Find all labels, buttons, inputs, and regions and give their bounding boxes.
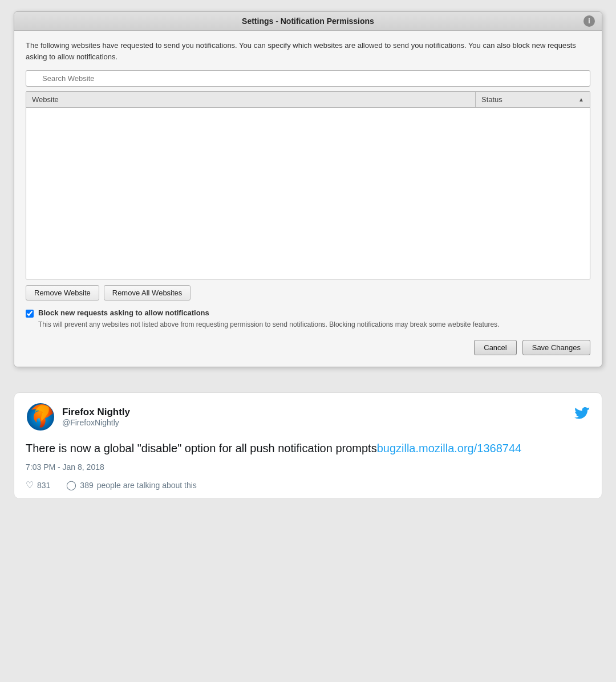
dialog-footer: Cancel Save Changes [26,340,590,355]
search-input[interactable] [26,70,590,87]
tweet-username-block: Firefox Nightly @FirefoxNightly [62,407,130,427]
website-table: Website Status ▲ [26,91,590,279]
search-wrapper: 🔍 [26,70,590,87]
tweet-body: There is now a global "disable" option f… [26,440,590,457]
tweet-link[interactable]: bugzilla.mozilla.org/1368744 [377,442,522,454]
block-notifications-label: Block new requests asking to allow notif… [38,308,499,317]
tweet-card: Firefox Nightly @FirefoxNightly There is… [14,392,602,499]
block-notifications-description: This will prevent any websites not liste… [38,319,499,330]
firefox-logo [26,402,55,432]
tweet-header: Firefox Nightly @FirefoxNightly [26,402,590,432]
likes-stat: ♡ 831 [26,480,50,490]
twitter-bird-icon [574,407,590,427]
dialog-titlebar: Settings - Notification Permissions i [14,12,602,31]
save-changes-button[interactable]: Save Changes [522,340,590,355]
tweet-stats: ♡ 831 ◯ 389 people are talking about thi… [26,480,590,490]
dialog-title: Settings - Notification Permissions [242,17,374,26]
replies-label: people are talking about this [97,481,197,490]
tweet-text: There is now a global "disable" option f… [26,442,377,454]
description-text: The following websites have requested to… [26,40,590,62]
dialog-wrapper: Settings - Notification Permissions i Th… [0,0,616,381]
replies-count: 389 [80,481,93,490]
replies-stat: ◯ 389 people are talking about this [66,480,196,490]
likes-count: 831 [37,481,50,490]
cancel-button[interactable]: Cancel [474,340,516,355]
dialog-body: The following websites have requested to… [14,31,602,367]
remove-website-button[interactable]: Remove Website [26,285,99,301]
tweet-timestamp: 7:03 PM - Jan 8, 2018 [26,462,590,472]
info-icon[interactable]: i [583,15,595,27]
tweet-user-info: Firefox Nightly @FirefoxNightly [26,402,130,432]
comment-icon: ◯ [66,480,76,490]
block-notifications-checkbox[interactable] [26,310,34,318]
action-buttons-row: Remove Website Remove All Websites [26,285,590,301]
sort-arrow-icon[interactable]: ▲ [578,96,584,103]
col-website-header: Website [26,92,476,107]
block-notifications-section: Block new requests asking to allow notif… [26,308,590,330]
tweet-wrapper: Firefox Nightly @FirefoxNightly There is… [0,381,616,510]
remove-all-websites-button[interactable]: Remove All Websites [104,285,191,301]
tweet-display-name: Firefox Nightly [62,407,130,418]
table-body [26,108,590,279]
notification-permissions-dialog: Settings - Notification Permissions i Th… [14,11,602,367]
tweet-handle: @FirefoxNightly [62,418,130,427]
heart-icon: ♡ [26,480,34,490]
col-status-header: Status ▲ [476,92,590,107]
table-header: Website Status ▲ [26,92,590,108]
